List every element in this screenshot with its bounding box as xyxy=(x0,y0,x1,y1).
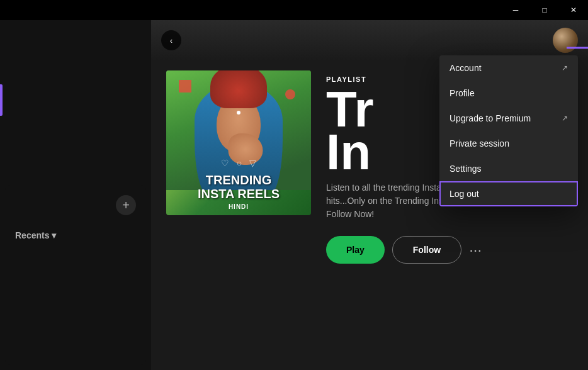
share-icon: ▽ xyxy=(249,158,256,168)
avatar-image xyxy=(553,28,578,53)
menu-item-upgrade[interactable]: Upgrade to Premium ↗ xyxy=(439,106,578,131)
account-label: Account xyxy=(449,63,482,73)
heart-icon: ♡ xyxy=(221,158,229,168)
album-lang-badge: HINDI xyxy=(171,203,306,210)
sidebar-indicator xyxy=(0,84,3,116)
album-text-overlay: ♡ ○ ▽ TRENDINGINSTA REELS HINDI xyxy=(166,153,311,215)
add-library-button[interactable]: + xyxy=(116,195,136,215)
play-button[interactable]: Play xyxy=(326,236,385,264)
close-button[interactable]: ✕ xyxy=(559,0,588,20)
menu-item-settings[interactable]: Settings xyxy=(439,156,578,181)
menu-item-logout[interactable]: Log out xyxy=(439,181,578,206)
app-container: + Recents ▾ ‹ xyxy=(0,20,588,370)
menu-item-private-session[interactable]: Private session xyxy=(439,131,578,156)
main-content: ‹ xyxy=(151,20,588,370)
menu-item-account[interactable]: Account ↗ xyxy=(439,55,578,81)
external-link-icon: ↗ xyxy=(562,64,568,72)
back-button[interactable]: ‹ xyxy=(161,30,181,50)
follow-button[interactable]: Follow xyxy=(392,236,461,264)
recents-label: Recents xyxy=(15,230,49,240)
private-session-label: Private session xyxy=(449,138,509,149)
back-arrow-icon: ‹ xyxy=(170,36,172,45)
logout-label: Log out xyxy=(449,189,479,199)
menu-item-profile[interactable]: Profile xyxy=(439,81,578,106)
library-section: + Recents ▾ xyxy=(5,185,146,365)
external-link-icon-2: ↗ xyxy=(562,114,568,123)
maximize-button[interactable]: □ xyxy=(530,0,559,20)
window-controls: ─ □ ✕ xyxy=(501,0,588,20)
upgrade-label: Upgrade to Premium xyxy=(449,113,531,123)
comment-icon: ○ xyxy=(237,158,242,168)
titlebar: ─ □ ✕ xyxy=(0,0,588,20)
minimize-button[interactable]: ─ xyxy=(501,0,530,20)
top-navigation: ‹ xyxy=(151,20,588,60)
album-art-background: ♡ ○ ▽ TRENDINGINSTA REELS HINDI xyxy=(166,70,311,215)
user-avatar[interactable] xyxy=(553,28,578,53)
album-title-text: TRENDINGINSTA REELS xyxy=(171,173,306,201)
user-dropdown-menu: Account ↗ Profile Upgrade to Premium ↗ P… xyxy=(439,55,578,206)
recents-filter[interactable]: Recents ▾ xyxy=(15,230,136,240)
recents-chevron-icon: ▾ xyxy=(52,230,56,240)
album-art: ♡ ○ ▽ TRENDINGINSTA REELS HINDI xyxy=(166,70,311,215)
album-icons: ♡ ○ ▽ xyxy=(171,158,306,168)
more-options-button[interactable]: ··· xyxy=(469,241,482,259)
playlist-actions: Play Follow ··· xyxy=(326,236,573,264)
sidebar: + Recents ▾ xyxy=(0,20,151,370)
settings-label: Settings xyxy=(449,164,482,174)
nav-right xyxy=(553,28,578,53)
profile-label: Profile xyxy=(449,88,475,98)
